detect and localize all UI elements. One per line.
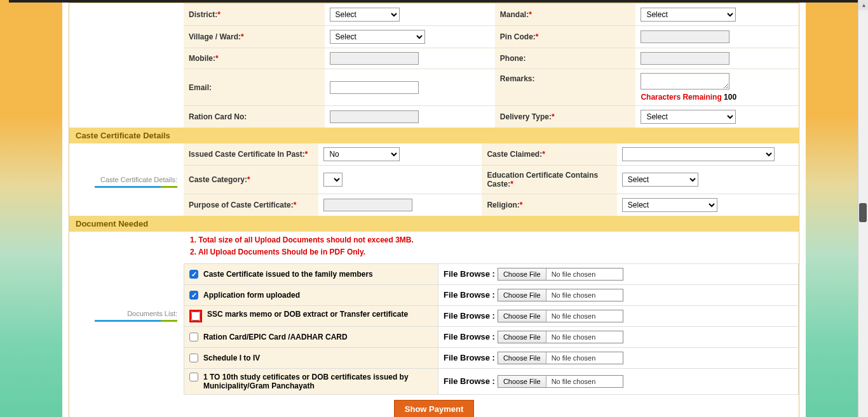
file-browse-label: File Browse : [444, 290, 495, 300]
file-input[interactable]: Choose FileNo file chosen [498, 331, 623, 343]
document-label-text: Application form uploaded [203, 291, 300, 300]
village-label: Village / Ward: [189, 32, 241, 41]
underline-decor [95, 186, 177, 188]
highlighted-checkbox [189, 310, 202, 322]
file-input[interactable]: Choose FileNo file chosen [498, 268, 623, 281]
caste-claimed-select[interactable] [622, 147, 775, 161]
email-input[interactable] [330, 81, 419, 94]
document-checkbox[interactable] [189, 291, 198, 300]
purpose-label: Purpose of Caste Certificate: [189, 201, 294, 209]
document-label-text: 1 TO 10th study cetificates or DOB certi… [203, 373, 433, 390]
choose-file-button[interactable]: Choose File [498, 268, 546, 280]
file-chosen-text: No file chosen [546, 268, 623, 280]
file-chosen-text: No file chosen [546, 376, 623, 387]
purpose-input[interactable] [323, 199, 412, 211]
document-row-label[interactable]: Ration Card/EPIC Card /AADHAR CARD [189, 333, 433, 341]
village-select[interactable]: Select [330, 30, 425, 44]
file-chosen-text: No file chosen [546, 352, 623, 364]
mandal-label: Mandal: [500, 10, 529, 19]
scroll-thumb[interactable] [859, 203, 867, 222]
issued-past-select[interactable]: No [323, 147, 400, 161]
ration-label: Ration Card No: [189, 112, 247, 121]
remarks-textarea[interactable] [641, 73, 729, 89]
edu-contains-select[interactable]: Select [622, 173, 698, 187]
file-browse-label: File Browse : [444, 269, 495, 279]
documents-side-label: Documents List: [127, 310, 177, 319]
file-input[interactable]: Choose FileNo file chosen [498, 289, 623, 301]
scroll-up-icon[interactable]: ▴ [858, 0, 868, 10]
file-browse-label: File Browse : [444, 353, 495, 362]
document-checkbox[interactable] [189, 354, 198, 362]
documents-section-header: Document Needed [69, 216, 799, 232]
remarks-label: Remarks: [500, 74, 535, 83]
mandal-select[interactable]: Select [641, 8, 736, 22]
choose-file-button[interactable]: Choose File [498, 289, 546, 301]
file-input[interactable]: Choose FileNo file chosen [498, 310, 623, 322]
file-chosen-text: No file chosen [546, 289, 623, 301]
address-fields-table: District:* Select Mandal:* Select Villag… [69, 3, 799, 128]
show-payment-button[interactable]: Show Payment [394, 400, 474, 417]
caste-category-select[interactable] [323, 173, 342, 187]
email-label: Email: [189, 83, 212, 92]
pincode-input[interactable] [641, 30, 729, 43]
file-browse-label: File Browse : [444, 311, 495, 321]
chars-remaining: Characters Remaining 100 [641, 93, 794, 102]
issued-past-label: Issued Caste Certificate In Past: [189, 150, 305, 159]
underline-decor [95, 320, 177, 322]
documents-table: Caste Certificate issued to the family m… [184, 263, 799, 395]
document-checkbox[interactable] [189, 333, 198, 341]
district-label: District: [189, 10, 217, 19]
delivery-label: Delivery Type: [500, 112, 552, 121]
caste-category-label: Caste Category: [189, 175, 247, 184]
document-checkbox[interactable] [189, 270, 198, 279]
district-select[interactable]: Select [330, 8, 400, 22]
document-notes: 1. Total size of all Upload Documents sh… [184, 232, 799, 263]
document-label-text: SSC marks memo or DOB extract or Transfe… [207, 310, 408, 319]
choose-file-button[interactable]: Choose File [498, 376, 546, 387]
document-label-text: Caste Certificate issued to the family m… [203, 270, 373, 279]
document-row-label[interactable]: Application form uploaded [189, 291, 433, 300]
file-chosen-text: No file chosen [546, 310, 623, 322]
document-row-label[interactable]: SSC marks memo or DOB extract or Transfe… [189, 310, 433, 322]
file-input[interactable]: Choose FileNo file chosen [498, 375, 623, 388]
choose-file-button[interactable]: Choose File [498, 331, 546, 343]
mobile-input[interactable] [330, 52, 419, 65]
file-input[interactable]: Choose FileNo file chosen [498, 352, 623, 364]
religion-select[interactable]: Select [622, 198, 717, 212]
document-row-label[interactable]: Caste Certificate issued to the family m… [189, 270, 433, 279]
caste-side-label: Caste Certificate Details: [100, 176, 177, 185]
choose-file-button[interactable]: Choose File [498, 310, 546, 322]
file-chosen-text: No file chosen [546, 331, 623, 343]
document-label-text: Schedule I to IV [203, 354, 260, 362]
scrollbar[interactable]: ▴ [858, 0, 868, 417]
document-row-label[interactable]: Schedule I to IV [189, 354, 433, 362]
document-checkbox[interactable] [191, 312, 200, 321]
edu-contains-label: Education Certificate Contains Caste: [487, 171, 598, 189]
file-browse-label: File Browse : [444, 332, 495, 341]
document-checkbox[interactable] [189, 373, 198, 381]
phone-input[interactable] [641, 52, 729, 65]
pincode-label: Pin Code: [500, 32, 536, 41]
ration-input[interactable] [330, 110, 419, 123]
file-browse-label: File Browse : [444, 376, 495, 386]
religion-label: Religion: [487, 201, 519, 209]
document-row-label[interactable]: 1 TO 10th study cetificates or DOB certi… [189, 373, 433, 390]
delivery-select[interactable]: Select [641, 110, 736, 124]
caste-claimed-label: Caste Claimed: [487, 150, 542, 159]
choose-file-button[interactable]: Choose File [498, 352, 546, 364]
document-label-text: Ration Card/EPIC Card /AADHAR CARD [203, 333, 348, 341]
caste-section-header: Caste Certificate Details [69, 128, 799, 143]
mobile-label: Mobile: [189, 54, 215, 63]
phone-label: Phone: [500, 54, 526, 63]
